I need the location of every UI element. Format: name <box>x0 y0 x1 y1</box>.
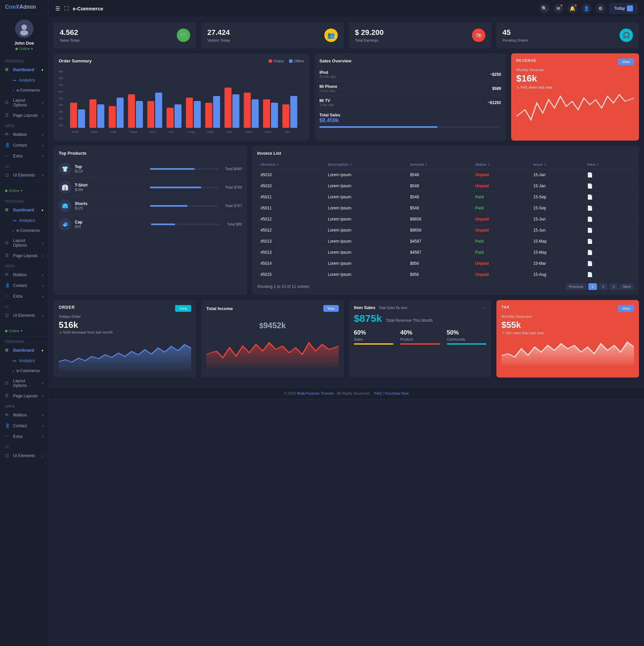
settings-icon-btn[interactable]: ⚙ <box>596 3 606 13</box>
svg-text:40: 40 <box>59 103 63 106</box>
sidebar-item-ecommerce-3[interactable]: › e-Commerce <box>0 366 48 376</box>
sales-progress-bar <box>319 126 501 128</box>
notification-icon-btn[interactable]: 🔔 <box>568 3 578 13</box>
total-income-btn[interactable]: Year <box>323 305 339 312</box>
tax-change: ↗ 324 more than last year <box>501 331 634 335</box>
view-invoice-icon[interactable]: 📄 <box>587 205 593 211</box>
mid-row: Order Summary Online Offline <box>54 53 639 141</box>
sidebar-item-page-layouts[interactable]: ☰ Page Layouts › <box>0 110 48 121</box>
footer-brand-link[interactable]: Multi-Purpose Themes <box>297 391 334 395</box>
user-icon-btn[interactable]: 👤 <box>582 3 592 13</box>
stat-card-visitors: 27.424 Visitors Today 👥 <box>201 22 344 48</box>
sales-item-miphone: Mi Phone 5 hour ago $589 <box>319 82 501 96</box>
sidebar-item-layout-options-3[interactable]: ⊡ Layout Options › <box>0 376 48 391</box>
sidebar-item-page-layouts-3[interactable]: ☰ Page Layouts › <box>0 391 48 401</box>
topbar: ☰ ⛶ e-Commerce 🔍 ✉ 🔔 👤 ⚙ Today ▾ <box>49 0 644 17</box>
col-amount: Amount⇅ <box>407 160 472 169</box>
sidebar-item-contact-2[interactable]: 👤 Contact › <box>0 280 48 291</box>
sidebar-item-label: Page Layouts <box>13 113 38 118</box>
sidebar-item-ecommerce-2[interactable]: › e-Commerce <box>0 226 48 236</box>
notif-badge <box>574 4 577 7</box>
sidebar-item-extra-3[interactable]: ⋯ Extra › <box>0 431 48 442</box>
status-badge: Unpaid <box>475 217 489 221</box>
tax-view-btn[interactable]: View <box>618 305 634 312</box>
stat-card-sales: 4.562 Sales Today 🛒 <box>54 22 196 48</box>
search-icon-btn[interactable]: 🔍 <box>539 3 549 13</box>
view-invoice-icon[interactable]: 📄 <box>587 250 593 255</box>
sidebar-item-analytics-2[interactable]: ••• Analytics <box>0 215 48 226</box>
sidebar-item-contact[interactable]: 👤 Contact › <box>0 140 48 151</box>
revenue-amount: $16k <box>516 73 634 84</box>
invoice-tbody: #5010 Lorem Ipsum $548 Unpaid 15-Jan 📄 #… <box>257 169 634 280</box>
revenue-view-btn[interactable]: View <box>618 58 634 65</box>
mail-icon-3: ✉ <box>5 412 10 418</box>
total-income-title: Total Income <box>206 306 233 311</box>
sidebar-item-contact-3[interactable]: 👤 Contact › <box>0 420 48 431</box>
svg-rect-37 <box>232 94 239 128</box>
sidebar-item-label-19: UI Elements <box>13 453 35 458</box>
date-filter-btn[interactable]: Today ▾ <box>610 3 637 13</box>
sidebar-item-mailbox-3[interactable]: ✉ Mailbox › <box>0 410 48 420</box>
svg-text:Oct: Oct <box>226 130 232 133</box>
legend-online-dot <box>269 59 272 63</box>
svg-rect-33 <box>194 101 201 128</box>
view-invoice-icon[interactable]: 📄 <box>587 172 593 178</box>
sidebar-item-layout-options[interactable]: ⊡ Layout Options › <box>0 95 48 110</box>
sidebar-item-dashboard-3[interactable]: ⊞ Dashboard ▾ <box>0 345 48 356</box>
sidebar-item-analytics-3[interactable]: ••• Analytics <box>0 356 48 366</box>
sidebar-item-page-layouts-2[interactable]: ☰ Page Layouts › <box>0 250 48 261</box>
invoice-table: #Invoice⇅ Description⇅ Amount⇅ Status⇅ I… <box>257 160 634 280</box>
sidebar-item-analytics[interactable]: ••• Analytics <box>0 75 48 85</box>
sidebar-item-dashboard-2[interactable]: ⊞ Dashboard ▾ <box>0 205 48 215</box>
page-3-btn[interactable]: 3 <box>609 283 618 290</box>
view-invoice-icon[interactable]: 📄 <box>587 261 593 266</box>
bottom-row: ORDER View Todays Order 516k ↘ %18 decre… <box>54 300 639 378</box>
view-invoice-icon[interactable]: 📄 <box>587 228 593 233</box>
sidebar-item-ui-elements-2[interactable]: ◫ UI Elements › <box>0 310 48 321</box>
view-invoice-icon[interactable]: 📄 <box>587 272 593 277</box>
invoice-pagination: Showing 1 to 10 of 11 entries Previous 1… <box>257 280 634 290</box>
pages-icon-2: ☰ <box>5 253 10 258</box>
sidebar-item-extra-2[interactable]: ⋯ Extra › <box>0 291 48 302</box>
extra-icon-3: ⋯ <box>5 434 10 439</box>
status-badge: Unpaid <box>475 261 489 266</box>
order-view-btn[interactable]: View <box>175 305 191 312</box>
view-invoice-icon[interactable]: 📄 <box>587 183 593 189</box>
next-btn[interactable]: Next <box>620 283 634 290</box>
page-1-btn[interactable]: 1 <box>588 283 597 290</box>
sidebar-item-ecommerce[interactable]: › e-Commerce <box>0 85 48 95</box>
sidebar-item-ui-elements-3[interactable]: ◫ UI Elements › <box>0 450 48 461</box>
revenue-label: REVENUE <box>516 58 536 62</box>
mail-icon-btn[interactable]: ✉ <box>553 3 564 13</box>
footer-purchase-link[interactable]: Purchase Now <box>385 391 409 395</box>
view-invoice-icon[interactable]: 📄 <box>587 194 593 200</box>
view-invoice-icon[interactable]: 📄 <box>587 239 593 244</box>
item-sales-menu[interactable]: ··· <box>483 305 486 310</box>
menu-toggle[interactable]: ☰ <box>55 5 60 12</box>
invoice-list-title: Invoice List <box>257 151 281 156</box>
svg-rect-21 <box>78 109 85 128</box>
expand-icon[interactable]: ⛶ <box>64 6 69 11</box>
page-2-btn[interactable]: 2 <box>599 283 607 290</box>
sidebar-item-dashboard[interactable]: ⊞ Dashboard ▾ <box>0 64 48 75</box>
orders-value: 45 <box>502 28 528 37</box>
sidebar-item-label: Dashboard <box>13 67 34 72</box>
sidebar-item-mailbox[interactable]: ✉ Mailbox › <box>0 129 48 140</box>
sales-icon: 🛒 <box>177 29 190 42</box>
svg-text:May: May <box>130 130 138 133</box>
product-img-top: 👕 <box>59 162 71 175</box>
item-sales-title: Item Sales <box>354 305 375 310</box>
prev-btn[interactable]: Previous <box>566 283 587 290</box>
svg-text:10: 10 <box>59 123 63 127</box>
view-invoice-icon[interactable]: 📄 <box>587 216 593 222</box>
mail-icon: ✉ <box>5 132 10 137</box>
footer-faq-link[interactable]: FAQ <box>374 391 382 395</box>
stat-card-orders: 45 Pending Orders 🎧 <box>496 22 639 48</box>
sidebar-item-label: e-Commerce <box>16 88 40 93</box>
status-badge: Paid <box>475 195 484 199</box>
sidebar-item-mailbox-2[interactable]: ✉ Mailbox › <box>0 269 48 280</box>
sidebar-item-layout-options-2[interactable]: ⊡ Layout Options › <box>0 236 48 250</box>
sidebar-item-ui-elements[interactable]: ◫ UI Elements › <box>0 170 48 181</box>
mail-icon-2: ✉ <box>5 272 10 278</box>
sidebar-item-extra[interactable]: ⋯ Extra › <box>0 151 48 161</box>
